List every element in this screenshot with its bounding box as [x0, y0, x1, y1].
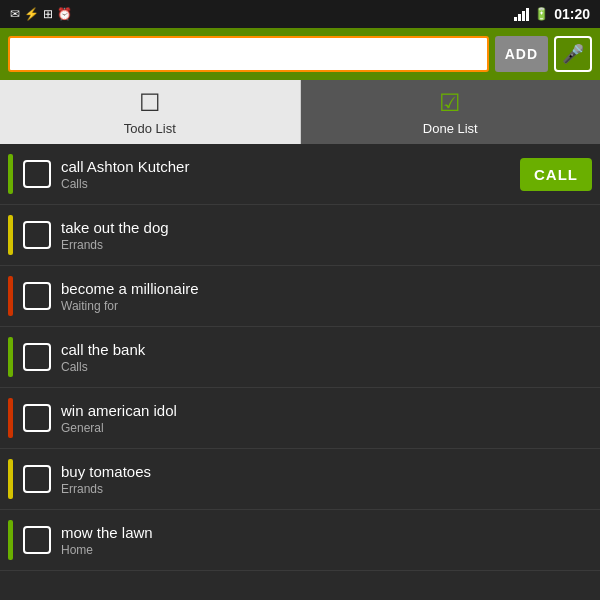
item-checkbox[interactable]	[23, 526, 51, 554]
item-text: win american idolGeneral	[61, 402, 592, 435]
priority-bar	[8, 459, 13, 499]
usb-icon: ⚡	[24, 7, 39, 21]
list-item: mow the lawnHome	[0, 510, 600, 571]
item-checkbox[interactable]	[23, 221, 51, 249]
status-icons-right: 🔋 01:20	[514, 6, 590, 22]
item-text: become a millionaireWaiting for	[61, 280, 592, 313]
done-tab-label: Done List	[423, 121, 478, 136]
item-subtitle: General	[61, 421, 592, 435]
priority-bar	[8, 520, 13, 560]
add-button[interactable]: ADD	[495, 36, 548, 72]
item-subtitle: Home	[61, 543, 592, 557]
todo-tab-icon: ☐	[139, 89, 161, 117]
item-text: call Ashton KutcherCalls	[61, 158, 510, 191]
call-button[interactable]: CALL	[520, 158, 592, 191]
list-item: buy tomatoesErrands	[0, 449, 600, 510]
status-bar: ✉ ⚡ ⊞ ⏰ 🔋 01:20	[0, 0, 600, 28]
item-title: call Ashton Kutcher	[61, 158, 510, 175]
priority-bar	[8, 276, 13, 316]
item-checkbox[interactable]	[23, 282, 51, 310]
list-item: call Ashton KutcherCallsCALL	[0, 144, 600, 205]
list-item: win american idolGeneral	[0, 388, 600, 449]
signal-bars	[514, 7, 529, 21]
search-input[interactable]	[8, 36, 489, 72]
header: ADD 🎤	[0, 28, 600, 80]
item-text: call the bankCalls	[61, 341, 592, 374]
signal-bar-1	[514, 17, 517, 21]
priority-bar	[8, 398, 13, 438]
tabs: ☐ Todo List ☑ Done List	[0, 80, 600, 144]
item-subtitle: Calls	[61, 177, 510, 191]
signal-bar-3	[522, 11, 525, 21]
item-subtitle: Waiting for	[61, 299, 592, 313]
app-icon: ⊞	[43, 7, 53, 21]
item-subtitle: Errands	[61, 238, 592, 252]
list-item: call the bankCalls	[0, 327, 600, 388]
item-subtitle: Errands	[61, 482, 592, 496]
item-title: call the bank	[61, 341, 592, 358]
tab-done[interactable]: ☑ Done List	[301, 80, 601, 144]
item-text: take out the dogErrands	[61, 219, 592, 252]
mic-button[interactable]: 🎤	[554, 36, 592, 72]
item-checkbox[interactable]	[23, 343, 51, 371]
list-item: become a millionaireWaiting for	[0, 266, 600, 327]
item-checkbox[interactable]	[23, 160, 51, 188]
todo-tab-label: Todo List	[124, 121, 176, 136]
item-checkbox[interactable]	[23, 465, 51, 493]
item-text: buy tomatoesErrands	[61, 463, 592, 496]
done-tab-icon: ☑	[439, 89, 461, 117]
priority-bar	[8, 337, 13, 377]
item-checkbox[interactable]	[23, 404, 51, 432]
signal-bar-2	[518, 14, 521, 21]
item-text: mow the lawnHome	[61, 524, 592, 557]
item-title: win american idol	[61, 402, 592, 419]
item-title: buy tomatoes	[61, 463, 592, 480]
battery-icon: 🔋	[534, 7, 549, 21]
gmail-icon: ✉	[10, 7, 20, 21]
item-subtitle: Calls	[61, 360, 592, 374]
mic-icon: 🎤	[562, 43, 584, 65]
tab-todo[interactable]: ☐ Todo List	[0, 80, 301, 144]
priority-bar	[8, 154, 13, 194]
list-item: take out the dogErrands	[0, 205, 600, 266]
phone-container: ✉ ⚡ ⊞ ⏰ 🔋 01:20 ADD 🎤 ☐ Todo List	[0, 0, 600, 600]
status-icons-left: ✉ ⚡ ⊞ ⏰	[10, 7, 72, 21]
item-title: mow the lawn	[61, 524, 592, 541]
status-time: 01:20	[554, 6, 590, 22]
priority-bar	[8, 215, 13, 255]
item-title: become a millionaire	[61, 280, 592, 297]
signal-bar-4	[526, 8, 529, 21]
todo-list: call Ashton KutcherCallsCALLtake out the…	[0, 144, 600, 600]
item-title: take out the dog	[61, 219, 592, 236]
alarm-icon: ⏰	[57, 7, 72, 21]
